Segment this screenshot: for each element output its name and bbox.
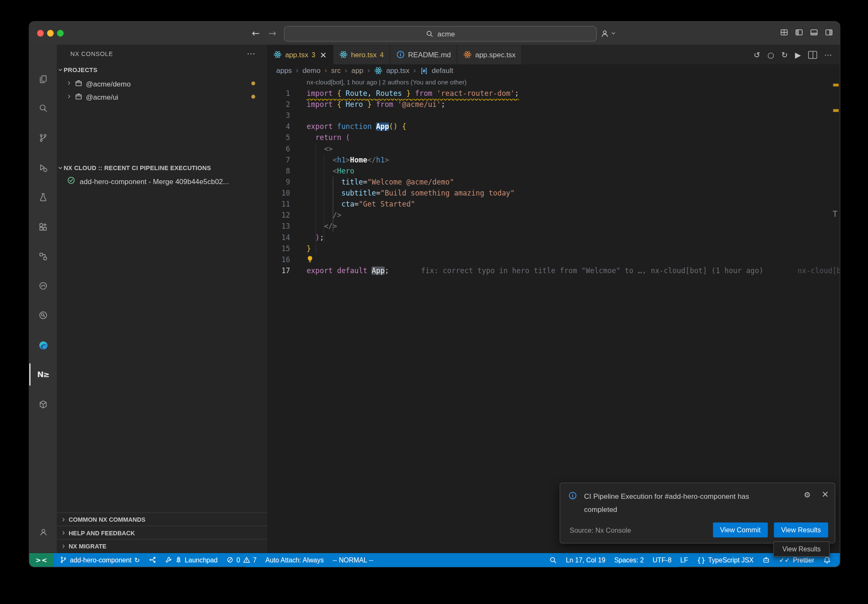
code-line-content: />	[307, 210, 342, 221]
history-forward-button[interactable]: →	[268, 22, 276, 45]
activity-explorer[interactable]	[29, 67, 57, 91]
tab-problem-badge: 3	[312, 51, 315, 59]
status-git-graph[interactable]	[144, 553, 160, 567]
activity-extensions[interactable]	[29, 215, 57, 239]
history-back-button[interactable]: ←	[252, 22, 260, 45]
view-commit-button[interactable]: View Commit	[713, 523, 768, 537]
status-cursor-position[interactable]: Ln 17, Col 19	[562, 553, 610, 567]
code-line-content: subtitle="Build something amazing today"	[307, 188, 515, 199]
section-projects[interactable]: PROJECTS	[57, 64, 267, 76]
section-label: PROJECTS	[64, 67, 97, 73]
activity-organization[interactable]	[29, 244, 57, 268]
status-vim-mode[interactable]: -- NORMAL --	[328, 553, 378, 567]
close-icon[interactable]: ×	[821, 489, 829, 499]
breadcrumb-file[interactable]: app.tsx	[386, 67, 409, 75]
nav-back-circle-icon[interactable]: ↺	[754, 51, 760, 59]
more-icon[interactable]: ⋯	[824, 51, 832, 59]
activity-containers[interactable]	[29, 392, 57, 417]
activity-run-and-debug[interactable]	[29, 156, 57, 180]
project-item[interactable]: @acme/ui	[57, 90, 267, 103]
testing-icon	[39, 193, 47, 202]
run-icon[interactable]: ▶	[795, 51, 801, 59]
section-help-and-feedback[interactable]: HELP AND FEEDBACK	[57, 526, 267, 540]
activity-nx-console[interactable]: N≥	[29, 362, 57, 386]
status-language-mode[interactable]: {}TypeScript JSX	[693, 553, 758, 567]
status-problems[interactable]: 07	[222, 553, 261, 567]
status-launchpad[interactable]: Launchpad	[160, 553, 222, 567]
tab-app.spec.tsx[interactable]: app.spec.tsx	[457, 45, 522, 64]
circle-outline-icon[interactable]: ○	[768, 51, 774, 59]
code-line: 15}	[267, 243, 840, 254]
activity-edge-tools[interactable]	[29, 333, 57, 357]
status-encoding[interactable]: UTF-8	[648, 553, 676, 567]
tab-hero.tsx[interactable]: hero.tsx4	[334, 45, 390, 64]
status-zoom-indicator[interactable]	[545, 553, 561, 567]
zoom-window-button[interactable]	[57, 30, 64, 37]
lightbulb-icon[interactable]	[306, 255, 314, 263]
line-number: 11	[267, 199, 290, 210]
line-number: 3	[267, 110, 290, 121]
split-editor-icon[interactable]	[808, 51, 817, 59]
breadcrumb-segment[interactable]: demo	[303, 67, 320, 75]
line-number: 10	[267, 188, 290, 199]
tab-label: app.tsx	[285, 50, 309, 59]
code-line-content: <Hero	[307, 166, 354, 177]
status-copilot[interactable]	[758, 553, 774, 567]
customize-layout-icon[interactable]	[780, 28, 788, 37]
toggle-panel-icon[interactable]	[810, 28, 818, 37]
project-box-icon	[75, 79, 82, 87]
status-eol[interactable]: LF	[676, 553, 693, 567]
close-icon[interactable]: ×	[320, 50, 326, 60]
code-line-content: import { Route, Routes } from 'react-rou…	[307, 88, 519, 99]
breadcrumb-separator-icon: ›	[367, 67, 370, 75]
section-common-nx-commands[interactable]: COMMON NX COMMANDS	[57, 512, 267, 526]
tab-app.tsx[interactable]: app.tsx3×	[267, 45, 334, 64]
activity-accounts[interactable]	[29, 520, 57, 544]
toggle-sidebar-icon[interactable]	[795, 28, 804, 37]
overview-ruler-warning-mark	[833, 109, 839, 112]
project-item[interactable]: @acme/demo	[57, 77, 267, 90]
activity-testing[interactable]	[29, 185, 57, 209]
pipeline-execution-item[interactable]: add-hero-component - Merge 409b44e5cb02.…	[57, 174, 267, 187]
tab-README.md[interactable]: README.md	[390, 45, 457, 64]
activity-bar: N≥⚙	[29, 45, 57, 553]
view-results-button[interactable]: View Results	[774, 523, 828, 537]
person-icon	[39, 528, 47, 536]
editor-actions: ↺○↻▶⋯	[754, 45, 840, 64]
chevron-down-icon	[57, 165, 64, 171]
code-line: 3	[267, 110, 840, 121]
symbol-default-icon	[420, 67, 428, 74]
activity-nx-cloud[interactable]	[29, 274, 57, 298]
more-actions-icon[interactable]: ⋯	[247, 49, 256, 59]
section-nx-migrate[interactable]: NX MIGRATE	[57, 539, 267, 553]
command-center-search[interactable]: acme	[284, 26, 597, 42]
profiles-button[interactable]	[601, 27, 617, 39]
status-auto-attach[interactable]: Auto Attach: Always	[261, 553, 328, 567]
code-line: 7 <h1>Home</h1>	[267, 154, 840, 165]
extensions-icon	[39, 223, 47, 232]
close-window-button[interactable]	[37, 30, 44, 37]
status-indentation[interactable]: Spaces: 2	[610, 553, 648, 567]
notification-settings-icon[interactable]: ⚙	[804, 490, 810, 499]
breadcrumb-segment[interactable]: app	[351, 67, 363, 75]
breadcrumb-segment[interactable]: src	[331, 67, 341, 75]
tab-problem-badge: 4	[380, 51, 384, 59]
activity-source-control[interactable]	[29, 126, 57, 150]
status-remote-indicator[interactable]: ><	[29, 553, 54, 567]
warning-squiggle: import { Route, Routes } from 'react-rou…	[307, 89, 519, 98]
breadcrumb-symbol[interactable]: default	[431, 67, 453, 75]
code-editor[interactable]: nx-cloud[bot], 1 hour ago | 2 authors (Y…	[267, 77, 840, 553]
breadcrumb-segment[interactable]: apps	[276, 67, 292, 75]
activity-code-search[interactable]	[29, 303, 57, 327]
sync-icon: ↻	[134, 556, 140, 563]
status-text: Launchpad	[185, 556, 218, 564]
breadcrumb: apps›demo›src›app›app.tsx›default	[267, 64, 840, 77]
status-git-branch[interactable]: add-hero-component ↻	[56, 553, 145, 567]
sidebar-title: NX CONSOLE	[70, 50, 113, 57]
nav-forward-circle-icon[interactable]: ↻	[782, 51, 788, 59]
minimize-window-button[interactable]	[47, 30, 54, 37]
activity-search[interactable]	[29, 96, 57, 120]
react-test-icon	[464, 50, 472, 59]
section-nx-cloud[interactable]: NX CLOUD :: RECENT CI PIPELINE EXECUTION…	[57, 162, 267, 174]
toggle-secondary-sidebar-icon[interactable]	[825, 28, 833, 37]
